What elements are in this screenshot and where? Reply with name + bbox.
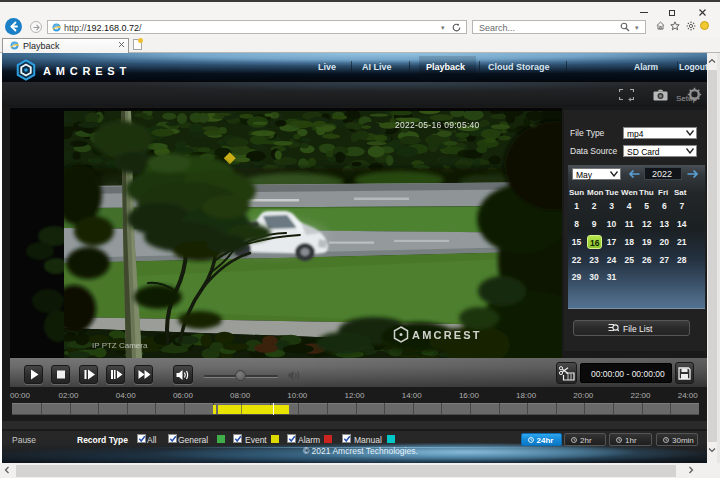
svg-text:IP PTZ Camera: IP PTZ Camera	[92, 341, 148, 350]
svg-text:2022-05-16 09:05:40: 2022-05-16 09:05:40	[395, 120, 480, 130]
svg-text:AMCREST: AMCREST	[412, 329, 482, 341]
